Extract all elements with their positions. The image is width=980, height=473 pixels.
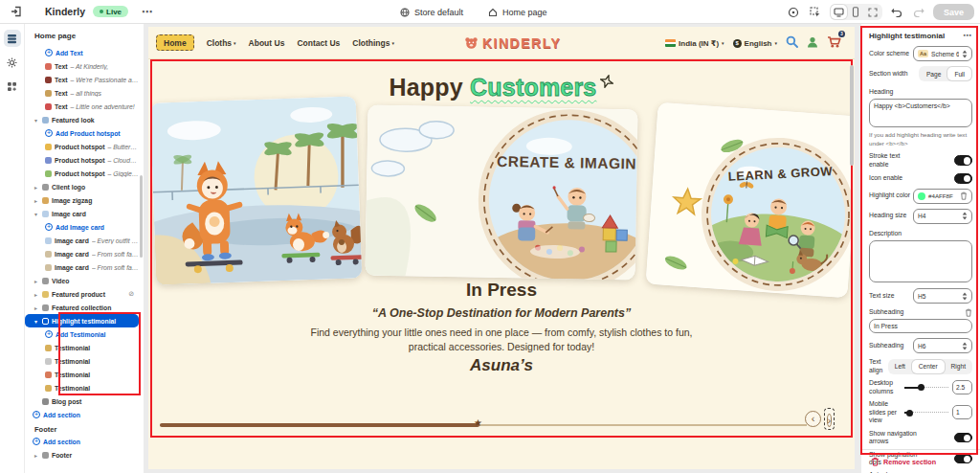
testimonial-card-learn[interactable]: LEARN & GROW bbox=[646, 102, 853, 298]
sidebar-item-featured-look[interactable]: ▾Featured look bbox=[25, 113, 139, 126]
sidebar-item-add-text[interactable]: +Add Text bbox=[25, 46, 139, 59]
nav-about-us[interactable]: About Us bbox=[249, 38, 285, 48]
apps-rail-icon[interactable] bbox=[4, 78, 21, 95]
sidebar-scrollbar[interactable] bbox=[140, 175, 143, 258]
sidebar-item-text-little-one-adventure[interactable]: Text– Little one adventure! bbox=[25, 100, 139, 113]
text-size-select[interactable]: H5 bbox=[913, 288, 972, 304]
sidebar-item-add-testimonial[interactable]: +Add Testimonial bbox=[25, 327, 139, 341]
segment-option-right[interactable]: Right bbox=[945, 360, 972, 373]
store-default-selector[interactable]: Store default bbox=[400, 8, 463, 17]
sidebar-item-text-at-kinderly[interactable]: Text– At Kinderly, bbox=[25, 59, 139, 73]
chevron-right-icon[interactable]: ▸ bbox=[33, 452, 39, 459]
sidebar-item-highlight-testimonial[interactable]: ▾Highlight testimonial bbox=[25, 314, 139, 327]
sidebar-item-image-card[interactable]: ▾Image card bbox=[25, 207, 139, 220]
desktop-columns-slider[interactable] bbox=[904, 384, 948, 392]
sidebar-item-product-hotspot-buttersoft-ba[interactable]: Product hotspot– ButterSoft Ba... bbox=[25, 140, 139, 153]
preview-scrollbar[interactable] bbox=[850, 65, 854, 166]
sidebar-item-blog-post[interactable]: Blog post bbox=[25, 394, 139, 408]
chevron-right-icon[interactable]: ▸ bbox=[33, 304, 39, 311]
chevron-right-icon[interactable]: ▸ bbox=[33, 291, 39, 298]
segment-option-full[interactable]: Full bbox=[947, 67, 971, 80]
sidebar-item-image-card-from-soft-fabrics-t[interactable]: Image card– From soft fabrics t... bbox=[25, 247, 139, 260]
sidebar-item-add-image-card[interactable]: +Add Image card bbox=[25, 220, 139, 234]
desktop-view-icon[interactable] bbox=[831, 5, 847, 19]
store-logo[interactable]: KINDERLY bbox=[464, 27, 561, 59]
color-scheme-select[interactable]: Aa Scheme 6 bbox=[913, 46, 972, 61]
sidebar-item-video[interactable]: ▸Video bbox=[25, 274, 139, 287]
chevron-down-icon[interactable]: ▾ bbox=[33, 318, 39, 325]
sidebar-item-featured-collection[interactable]: ▸Featured collection bbox=[25, 301, 139, 314]
heading-input[interactable]: Happy <b>Customers</b> bbox=[869, 99, 972, 127]
sidebar-item-featured-product[interactable]: ▸Featured product⊘ bbox=[25, 287, 139, 301]
sidebar-item-image-card-from-soft-fabrics-t[interactable]: Image card– From soft fabrics t... bbox=[25, 260, 139, 274]
sidebar-item-testimonial[interactable]: Testimonial bbox=[25, 381, 139, 394]
sidebar-item-product-hotspot-cloudknit-sw[interactable]: Product hotspot– CloudKnit Sw... bbox=[25, 153, 139, 167]
redo-icon[interactable] bbox=[911, 5, 926, 20]
mobile-slides-slider[interactable] bbox=[904, 409, 948, 417]
chevron-right-icon[interactable]: ▸ bbox=[33, 278, 39, 284]
highlight-testimonial-section[interactable]: Happy Customers bbox=[150, 59, 853, 438]
sidebar-item-image-zigzag[interactable]: ▸Image zigzag bbox=[25, 193, 139, 207]
subheading-size-select[interactable]: H6 bbox=[913, 338, 972, 353]
highlight-color-picker[interactable]: #4AFF8F bbox=[913, 189, 972, 204]
sidebar-item-footer[interactable]: ▸Footer bbox=[25, 448, 139, 462]
undo-icon[interactable] bbox=[889, 5, 904, 20]
description-input[interactable] bbox=[869, 240, 972, 282]
testimonial-card-fox[interactable] bbox=[150, 96, 362, 284]
exit-editor-icon[interactable] bbox=[9, 4, 24, 19]
sidebar-item-add-section[interactable]: +Add section bbox=[25, 408, 139, 421]
page-selector[interactable]: Home page bbox=[488, 8, 547, 17]
hidden-eye-icon[interactable]: ⊘ bbox=[128, 290, 134, 298]
select-element-icon[interactable] bbox=[808, 5, 823, 20]
desktop-columns-value[interactable] bbox=[952, 380, 972, 394]
sidebar-item-text-we-re-passionate-about[interactable]: Text– We're Passionate about bbox=[25, 73, 139, 86]
remove-section-button[interactable]: Remove section bbox=[871, 457, 936, 466]
country-selector[interactable]: India (IN ₹) ▾ bbox=[665, 39, 724, 48]
sidebar-item-text-all-things[interactable]: Text– all things bbox=[25, 86, 139, 100]
nav-clothings[interactable]: Clothings▾ bbox=[352, 38, 394, 48]
chevron-right-icon[interactable]: ▸ bbox=[33, 184, 39, 191]
show-pagination-toggle[interactable] bbox=[954, 454, 972, 464]
theme-settings-gear-icon[interactable] bbox=[4, 54, 21, 71]
fullscreen-view-icon[interactable] bbox=[865, 5, 881, 19]
subheading-input[interactable] bbox=[869, 319, 972, 333]
testimonial-card-create[interactable]: CREATE & IMAGINE bbox=[365, 105, 637, 281]
carousel-next-arrow-selected[interactable]: › bbox=[824, 408, 835, 430]
save-button[interactable]: Save bbox=[933, 4, 974, 20]
sidebar-item-product-hotspot-gigglegarden[interactable]: Product hotspot– GiggleGarden... bbox=[25, 167, 139, 180]
account-icon[interactable] bbox=[807, 34, 818, 52]
mobile-slides-value[interactable] bbox=[952, 405, 972, 419]
sidebar-item-add-product-hotspot[interactable]: +Add Product hotspot bbox=[25, 126, 139, 140]
chevron-right-icon[interactable]: ▸ bbox=[33, 197, 39, 204]
carousel-next-arrow[interactable]: › bbox=[827, 414, 833, 427]
trash-icon[interactable] bbox=[965, 308, 972, 317]
carousel-prev-arrow[interactable]: ‹ bbox=[805, 411, 821, 427]
nav-contact-us[interactable]: Contact Us bbox=[297, 38, 340, 48]
icon-enable-toggle[interactable] bbox=[954, 173, 972, 184]
sidebar-item-client-logo[interactable]: ▸Client logo bbox=[25, 180, 139, 193]
trash-icon[interactable] bbox=[960, 191, 968, 200]
show-nav-arrows-toggle[interactable] bbox=[954, 433, 972, 443]
panel-menu-button[interactable]: ⋯ bbox=[963, 31, 972, 40]
language-selector[interactable]: $ English ▾ bbox=[733, 39, 777, 48]
sidebar-item-testimonial[interactable]: Testimonial bbox=[25, 368, 139, 381]
segment-option-left[interactable]: Left bbox=[888, 360, 912, 373]
search-icon[interactable] bbox=[786, 34, 798, 52]
stroke-text-toggle[interactable] bbox=[954, 155, 972, 166]
chevron-down-icon[interactable]: ▾ bbox=[33, 117, 39, 124]
inspector-icon[interactable] bbox=[786, 5, 801, 20]
chevron-down-icon[interactable]: ▾ bbox=[33, 211, 39, 217]
segment-option-page[interactable]: Page bbox=[920, 67, 947, 80]
sidebar-item-testimonial[interactable]: Testimonial bbox=[25, 341, 139, 354]
segment-option-center[interactable]: Center bbox=[912, 360, 945, 373]
mobile-view-icon[interactable] bbox=[848, 5, 864, 19]
heading-size-select[interactable]: H4 bbox=[913, 209, 972, 224]
nav-cloths[interactable]: Cloths▾ bbox=[207, 38, 236, 48]
sidebar-item-testimonial[interactable]: Testimonial bbox=[25, 354, 139, 368]
sidebar-item-add-section[interactable]: +Add section bbox=[25, 435, 139, 448]
sidebar-item-image-card-every-outfit-we-cr[interactable]: Image card– Every outfit we cr... bbox=[25, 234, 139, 247]
nav-home[interactable]: Home bbox=[156, 34, 194, 51]
cart-icon[interactable]: 3 bbox=[827, 34, 841, 52]
topbar-menu-button[interactable]: ⋯ bbox=[142, 6, 153, 18]
sections-rail-icon[interactable] bbox=[4, 30, 21, 47]
